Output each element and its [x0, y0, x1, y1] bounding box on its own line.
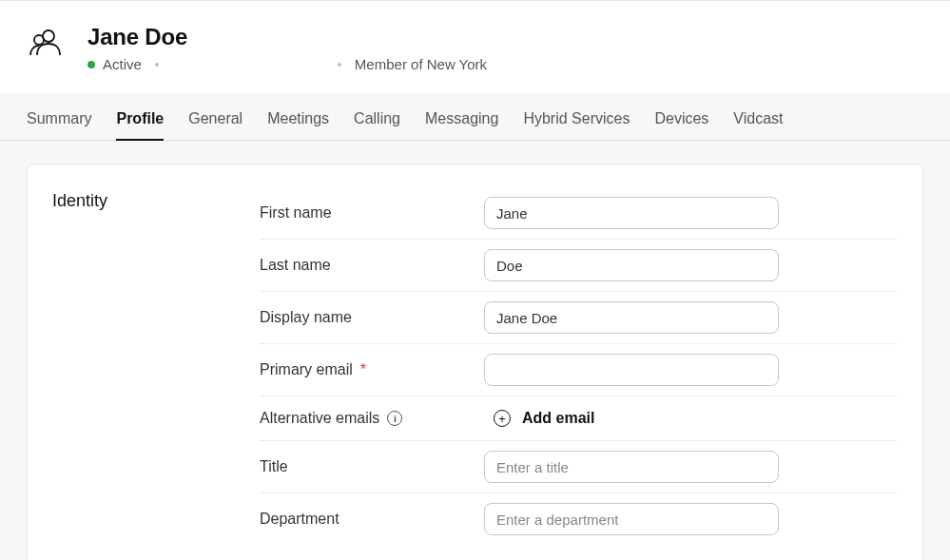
department-input[interactable] — [484, 503, 779, 535]
status-badge: Active — [87, 56, 142, 72]
title-label: Title — [260, 458, 467, 475]
tab-messaging[interactable]: Messaging — [425, 110, 498, 141]
tab-devices[interactable]: Devices — [654, 110, 708, 141]
last-name-input[interactable] — [484, 249, 779, 281]
separator-dot-icon — [155, 63, 159, 67]
first-name-input[interactable] — [484, 197, 779, 229]
users-icon — [27, 24, 65, 62]
required-star-icon: * — [360, 361, 366, 378]
member-of-label: Member of New York — [355, 56, 487, 72]
tab-vidcast[interactable]: Vidcast — [733, 110, 783, 141]
info-icon[interactable]: i — [387, 411, 402, 426]
tab-calling[interactable]: Calling — [354, 110, 400, 141]
tab-summary[interactable]: Summary — [27, 110, 91, 141]
primary-email-label: Primary email * — [260, 361, 467, 378]
display-name-input[interactable] — [484, 301, 779, 334]
svg-point-1 — [34, 35, 44, 45]
tab-hybrid-services[interactable]: Hybrid Services — [523, 110, 630, 141]
tab-bar: Summary Profile General Meetings Calling… — [0, 93, 950, 141]
page-header: Jane Doe Active Member of New York — [0, 1, 950, 93]
first-name-label: First name — [260, 204, 467, 222]
title-input[interactable] — [484, 451, 779, 483]
tab-profile[interactable]: Profile — [116, 110, 164, 141]
status-label: Active — [103, 56, 142, 72]
status-dot-icon — [87, 61, 95, 68]
identity-panel: Identity First name Last name Display na… — [27, 164, 923, 560]
separator-dot-icon — [338, 63, 341, 67]
alt-emails-label-text: Alternative emails — [260, 410, 379, 427]
section-title: Identity — [52, 187, 214, 560]
last-name-label: Last name — [260, 257, 467, 274]
plus-circle-icon: + — [494, 410, 511, 427]
add-email-label: Add email — [522, 410, 594, 427]
primary-email-input[interactable] — [484, 354, 779, 386]
alt-emails-label: Alternative emails i — [260, 410, 467, 427]
tab-general[interactable]: General — [188, 110, 242, 141]
tab-meetings[interactable]: Meetings — [267, 110, 329, 141]
add-email-button[interactable]: + Add email — [484, 406, 594, 431]
department-label: Department — [260, 511, 467, 528]
page-title: Jane Doe — [87, 24, 487, 50]
primary-email-label-text: Primary email — [260, 361, 353, 378]
display-name-label: Display name — [260, 309, 467, 326]
